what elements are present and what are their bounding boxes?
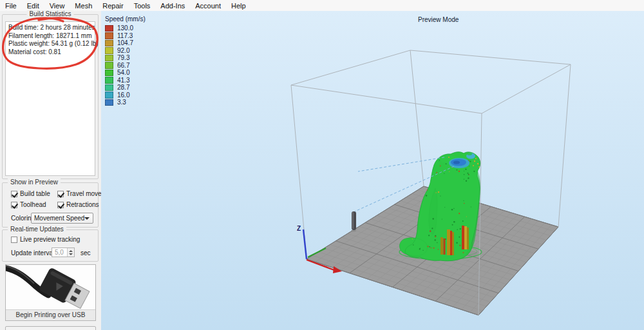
checkbox-toolhead-box[interactable] (11, 202, 17, 208)
legend-swatch (105, 32, 113, 39)
chevron-down-icon (84, 217, 90, 220)
checkbox-live-preview[interactable]: Live preview tracking (11, 236, 80, 243)
speed-legend: Speed (mm/s) 130.0 117.3 104.7 92.0 79.3… (105, 15, 146, 106)
checkbox-travel-moves[interactable]: Travel moves (57, 190, 105, 197)
usb-button-caption: Begin Printing over USB (6, 309, 95, 320)
legend-row: 79.3 (105, 54, 146, 62)
legend-swatch (105, 55, 113, 62)
menu-item-mesh[interactable]: Mesh (70, 1, 97, 10)
legend-row: 54.0 (105, 69, 146, 77)
menu-item-edit[interactable]: Edit (22, 1, 44, 10)
legend-swatch (105, 40, 113, 47)
show-in-preview-group: Show in Preview Build table Travel moves… (2, 182, 99, 228)
legend-swatch (105, 92, 113, 99)
simplify3d-window: File Edit View Mesh Repair Tools Add-Ins… (0, 0, 644, 330)
checkbox-build-table-box[interactable] (11, 191, 17, 197)
build-statistics-box: Build time: 2 hours 28 minutes Filament … (5, 21, 95, 176)
checkbox-live-preview-box[interactable] (11, 237, 17, 243)
preview-viewport[interactable]: Z (101, 11, 644, 330)
checkbox-retractions-box[interactable] (57, 202, 64, 208)
toolhead-marker (351, 211, 356, 232)
menu-item-repair[interactable]: Repair (97, 1, 128, 10)
menu-item-file[interactable]: File (0, 1, 22, 10)
legend-row: 92.0 (105, 47, 146, 55)
legend-row: 3.3 (105, 99, 146, 106)
spinner-up-icon[interactable] (69, 250, 73, 252)
realtime-updates-title: Real-time Updates (8, 226, 66, 233)
checkbox-travel-moves-box[interactable] (57, 191, 64, 197)
coloring-dropdown[interactable]: Movement Speed (31, 213, 93, 224)
menu-item-account[interactable]: Account (190, 1, 226, 10)
build-statistics-title: Build Statistics (26, 10, 73, 17)
partial-button[interactable] (5, 326, 96, 330)
begin-printing-usb-button[interactable]: Begin Printing over USB (5, 264, 96, 321)
z-axis-label: Z (297, 225, 301, 232)
legend-swatch (105, 77, 113, 84)
menu-item-help[interactable]: Help (226, 1, 251, 10)
show-in-preview-title: Show in Preview (8, 179, 61, 186)
legend-row: 16.0 (105, 92, 146, 99)
realtime-updates-group: Real-time Updates Live preview tracking … (2, 229, 99, 262)
legend-row: 130.0 (105, 24, 146, 32)
legend-row: 28.7 (105, 84, 146, 92)
legend-swatch (105, 62, 113, 69)
stat-filament-length: Filament length: 18271.1 mm (8, 32, 92, 41)
legend-title: Speed (mm/s) (105, 15, 146, 23)
legend-row: 104.7 (105, 39, 146, 47)
checkbox-build-table[interactable]: Build table (11, 190, 50, 197)
menu-bar: File Edit View Mesh Repair Tools Add-Ins… (0, 0, 644, 11)
update-interval-label: Update interval (11, 249, 54, 257)
update-interval-unit: sec (80, 249, 91, 257)
stat-build-time: Build time: 2 hours 28 minutes (8, 24, 92, 32)
stat-plastic-weight: Plastic weight: 54.31 g (0.12 lb) (8, 40, 92, 48)
spinner-down-icon[interactable] (69, 253, 73, 255)
legend-swatch (105, 70, 113, 77)
legend-swatch (105, 47, 113, 54)
stat-material-cost: Material cost: 0.81 (8, 48, 92, 57)
scene-3d: Z (101, 11, 644, 330)
checkbox-retractions[interactable]: Retractions (57, 201, 99, 208)
build-statistics-group: Build Statistics Build time: 2 hours 28 … (2, 14, 99, 179)
left-panel: Build Statistics Build time: 2 hours 28 … (0, 11, 101, 330)
legend-row: 41.3 (105, 77, 146, 84)
menu-item-addins[interactable]: Add-Ins (155, 1, 190, 10)
update-interval-spinner[interactable]: 5,0 (52, 248, 75, 257)
legend-row: 66.7 (105, 62, 146, 70)
legend-swatch (105, 99, 113, 106)
legend-row: 117.3 (105, 32, 146, 40)
preview-mode-label: Preview Mode (418, 16, 459, 23)
menu-item-view[interactable]: View (44, 1, 70, 10)
menu-item-tools[interactable]: Tools (129, 1, 156, 10)
legend-swatch (105, 84, 113, 92)
legend-swatch (105, 25, 113, 32)
usb-cable-image (6, 265, 95, 310)
checkbox-toolhead[interactable]: Toolhead (11, 201, 46, 208)
